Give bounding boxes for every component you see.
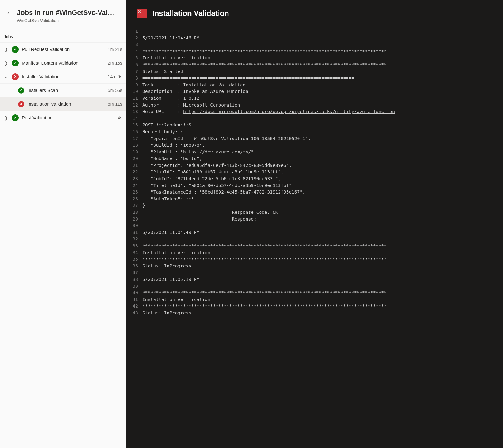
chevron-down-icon: ⌄ [4,74,9,79]
log-line: 9Task : Installation Validation [126,82,503,89]
line-text: Response: [142,216,501,223]
line-text: "JobId": "871b4eed-22de-5cb6-c1c8-82f190… [142,176,501,182]
line-number: 29 [128,216,142,223]
log-line: 42**************************************… [126,303,503,310]
line-number: 39 [128,283,142,290]
line-text: Status: InProgress [142,263,501,270]
back-icon[interactable]: ← [6,9,13,17]
line-text [142,41,501,48]
job-row-post[interactable]: ❯✓Post Validation4s [0,111,126,124]
log-line: 8=======================================… [126,75,503,82]
log-line: 22 "PlanId": "a801af90-db57-4cdc-a3b9-1b… [126,169,503,176]
log-line: 13Help URL : https://docs.microsoft.com/… [126,108,503,115]
line-text: Author : Microsoft Corporation [142,102,501,109]
jobs-sidebar: ← Jobs in run #WinGetSvc-Valida… WinGetS… [0,0,126,448]
log-line: 28 Response Code: OK [126,209,503,216]
log-line: 16Request body: { [126,129,503,135]
job-row-pr[interactable]: ❯✓Pull Request Validation1m 21s [0,42,126,56]
line-number: 27 [128,202,142,209]
job-row-iv[interactable]: ⌄✕Installer Validation14m 9s [0,70,126,83]
log-line: 5Installation Verification [126,55,503,62]
log-viewer[interactable]: 125/20/2021 11:04:46 PM34***************… [126,24,503,448]
line-number: 14 [128,115,142,122]
log-title: Installation Validation [152,9,229,18]
line-text: Help URL : https://docs.microsoft.com/az… [142,108,501,115]
log-line: 36Status: InProgress [126,263,503,270]
line-text: "AuthToken": *** [142,196,501,203]
success-icon: ✓ [18,87,24,94]
line-number: 35 [128,256,142,263]
log-line: 33**************************************… [126,243,503,249]
log-pane: ✕ Installation Validation 125/20/2021 11… [126,0,503,448]
line-text [142,28,501,35]
line-text: "HubName": "build", [142,155,501,162]
log-line: 11Version : 1.0.12 [126,95,503,102]
line-number: 2 [128,35,142,42]
line-text: ========================================… [142,75,501,82]
job-duration: 1m 21s [108,47,122,52]
job-duration: 4s [118,115,122,120]
job-label: Manifest Content Validation [22,60,105,66]
line-text: Version : 1.0.12 [142,95,501,102]
line-text: ****************************************… [142,303,501,310]
line-number: 10 [128,88,142,95]
job-label: Installer Validation [22,74,105,79]
line-number: 30 [128,222,142,229]
line-text: "ProjectId": "ed6a5dfa-6e7f-413b-842c-83… [142,162,501,169]
line-text: ****************************************… [142,256,501,263]
line-text: Status: InProgress [142,310,501,317]
line-number: 12 [128,102,142,109]
line-text: 5/20/2021 11:04:46 PM [142,35,501,42]
log-line: 15POST ***?code=***& [126,122,503,129]
line-number: 16 [128,129,142,135]
job-label: Pull Request Validation [22,47,105,52]
log-line: 17 "operationId": "WinGetSvc-Validation-… [126,135,503,142]
log-line: 23 "JobId": "871b4eed-22de-5cb6-c1c8-82f… [126,176,503,182]
line-number: 23 [128,176,142,182]
line-number: 7 [128,68,142,75]
line-number: 34 [128,249,142,256]
line-text: "TaskInstanceId": "58bdf892-4e45-5ba7-47… [142,189,501,196]
log-line: 4***************************************… [126,48,503,55]
line-text: Request body: { [142,129,501,135]
step-row-scan[interactable]: ✓Installers Scan5m 55s [0,83,126,97]
line-number: 22 [128,169,142,176]
line-text: 5/20/2021 11:05:19 PM [142,276,501,283]
fail-icon: ✕ [12,73,19,80]
log-line: 3 [126,41,503,48]
log-line: 24 "TimelineId": "a801af90-db57-4cdc-a3b… [126,182,503,189]
line-text [142,269,501,276]
line-text: Response Code: OK [142,209,501,216]
line-number: 25 [128,189,142,196]
log-line: 315/20/2021 11:04:49 PM [126,229,503,236]
jobs-section-label: Jobs [0,29,126,42]
line-number: 13 [128,108,142,115]
log-line: 40**************************************… [126,290,503,296]
line-number: 33 [128,243,142,249]
log-line: 37 [126,269,503,276]
line-text: POST ***?code=***& [142,122,501,129]
log-line: 19 "PlanUrl": "https://dev.azure.com/ms/… [126,149,503,156]
line-text: Description : Invoke an Azure Function [142,88,501,95]
sidebar-header: ← Jobs in run #WinGetSvc-Valida… WinGetS… [0,0,126,29]
log-line: 14======================================… [126,115,503,122]
line-number: 17 [128,135,142,142]
line-number: 32 [128,236,142,243]
line-text: ****************************************… [142,48,501,55]
line-text: Installation Verification [142,249,501,256]
line-text: "PlanUrl": "https://dev.azure.com/ms/", [142,149,501,156]
step-row-inst[interactable]: ✕Installation Validation8m 11s [0,97,126,111]
line-number: 6 [128,62,142,68]
log-line: 39 [126,283,503,290]
line-number: 9 [128,82,142,89]
line-number: 21 [128,162,142,169]
log-line: 20 "HubName": "build", [126,155,503,162]
log-line: 385/20/2021 11:05:19 PM [126,276,503,283]
line-number: 40 [128,290,142,296]
line-number: 28 [128,209,142,216]
log-line: 6***************************************… [126,62,503,68]
success-icon: ✓ [12,114,19,121]
log-line: 29 Response: [126,216,503,223]
job-row-mcv[interactable]: ❯✓Manifest Content Validation2m 16s [0,56,126,70]
log-line: 18 "BuildId": "168978", [126,142,503,149]
